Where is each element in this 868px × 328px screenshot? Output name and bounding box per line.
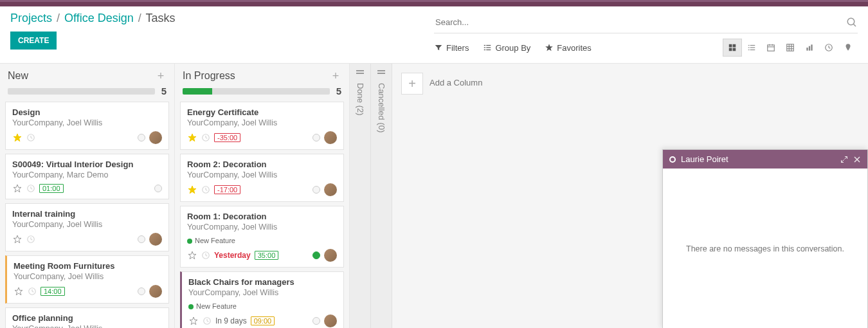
clock-icon[interactable] <box>28 287 37 296</box>
avatar[interactable] <box>324 249 337 262</box>
status-dot[interactable] <box>312 317 320 325</box>
svg-line-1 <box>853 24 856 26</box>
column-count: 5 <box>161 86 167 96</box>
favorites-label: Favorites <box>557 43 591 53</box>
svg-line-44 <box>32 291 33 292</box>
star-icon[interactable] <box>12 234 23 244</box>
clock-icon[interactable] <box>201 251 210 260</box>
task-card[interactable]: S00049: Virtual Interior Design YourComp… <box>5 154 169 199</box>
calendar-icon <box>766 43 775 52</box>
create-button[interactable]: CREATE <box>10 32 57 50</box>
status-dot[interactable] <box>312 251 320 259</box>
avatar[interactable] <box>149 131 162 144</box>
view-calendar[interactable] <box>761 39 781 57</box>
status-dot[interactable] <box>154 185 162 192</box>
time-tag: 01:00 <box>39 184 64 193</box>
view-list[interactable] <box>742 39 761 57</box>
card-subtitle: YourCompany, Marc Demo <box>12 170 162 179</box>
column-title[interactable]: In Progress <box>183 70 330 82</box>
expand-icon[interactable] <box>840 156 848 163</box>
folded-column[interactable]: Done (2) <box>350 64 371 328</box>
svg-rect-16 <box>748 50 750 50</box>
star-icon[interactable] <box>187 185 197 195</box>
chat-body: There are no messages in this conversati… <box>663 169 867 328</box>
view-pivot[interactable] <box>781 39 800 57</box>
svg-rect-3 <box>487 45 491 46</box>
filters-button[interactable]: Filters <box>434 43 469 53</box>
svg-line-53 <box>206 190 207 190</box>
clock-icon[interactable] <box>201 133 210 142</box>
clock-icon[interactable] <box>201 185 210 194</box>
add-card-button[interactable]: + <box>330 70 341 82</box>
task-card[interactable]: Room 2: Decoration YourCompany, Joel Wil… <box>180 154 344 202</box>
search-input[interactable] <box>434 14 846 31</box>
column-title[interactable]: New <box>8 70 155 82</box>
svg-rect-10 <box>729 48 732 51</box>
breadcrumb-project[interactable]: Office Design <box>64 12 134 24</box>
svg-rect-15 <box>750 47 755 48</box>
view-map[interactable] <box>838 39 858 57</box>
svg-rect-8 <box>729 44 732 48</box>
add-column-input[interactable] <box>429 73 538 93</box>
clock-icon[interactable] <box>26 184 35 193</box>
status-dot[interactable] <box>312 186 320 194</box>
group-by-button[interactable]: Group By <box>483 43 530 53</box>
star-icon[interactable] <box>187 132 197 143</box>
clock-icon[interactable] <box>203 316 212 325</box>
time-tag: 09:00 <box>251 316 275 325</box>
star-icon[interactable] <box>188 316 199 326</box>
task-card[interactable]: Black Chairs for managers YourCompany, J… <box>180 271 344 328</box>
avatar[interactable] <box>324 314 337 327</box>
card-title: Room 1: Decoration <box>187 212 337 221</box>
svg-rect-13 <box>750 45 755 46</box>
group-by-label: Group By <box>495 43 530 53</box>
add-column-area: + <box>392 64 547 328</box>
star-icon[interactable] <box>14 286 24 296</box>
list-view-icon <box>747 43 756 52</box>
star-icon[interactable] <box>12 183 23 194</box>
breadcrumb: Projects / Office Design / Tasks <box>10 12 434 25</box>
close-icon[interactable] <box>853 156 861 163</box>
star-icon[interactable] <box>12 132 23 143</box>
card-subtitle: YourCompany, Joel Willis <box>12 324 162 328</box>
clock-icon <box>824 43 833 52</box>
breadcrumb-projects[interactable]: Projects <box>10 12 52 24</box>
svg-rect-22 <box>787 44 794 51</box>
add-card-button[interactable]: + <box>155 70 167 82</box>
time-tag: 14:00 <box>41 287 65 296</box>
clock-icon[interactable] <box>26 235 35 244</box>
favorites-button[interactable]: Favorites <box>545 43 591 53</box>
chat-header[interactable]: Laurie Poiret <box>663 150 867 169</box>
task-card[interactable]: Room 1: Decoration YourCompany, Joel Wil… <box>180 206 344 268</box>
chat-dock: Laurie Poiret There are no messages in t… <box>662 149 868 328</box>
view-graph[interactable] <box>800 39 819 57</box>
card-subtitle: YourCompany, Joel Willis <box>12 220 162 229</box>
clock-icon[interactable] <box>26 133 35 142</box>
card-title: Black Chairs for managers <box>188 277 337 287</box>
view-activity[interactable] <box>819 39 838 57</box>
avatar[interactable] <box>324 131 337 144</box>
add-column-button[interactable]: + <box>401 73 423 95</box>
task-card[interactable]: Internal training YourCompany, Joel Will… <box>5 203 169 251</box>
status-dot[interactable] <box>138 287 145 295</box>
view-kanban[interactable] <box>723 39 742 57</box>
svg-line-32 <box>829 48 830 48</box>
status-dot[interactable] <box>138 134 145 141</box>
task-card[interactable]: Energy Certificate YourCompany, Joel Wil… <box>180 102 344 150</box>
column-in-progress: In Progress + 5 Energy Certificate YourC… <box>175 64 350 328</box>
folded-column[interactable]: Cancelled (0) <box>371 64 392 328</box>
task-card[interactable]: Design YourCompany, Joel Willis <box>5 102 169 150</box>
task-card[interactable]: Meeting Room Furnitures YourCompany, Joe… <box>5 255 169 304</box>
svg-rect-17 <box>750 50 755 50</box>
star-icon[interactable] <box>187 250 197 260</box>
task-card[interactable]: Office planning YourCompany, Joel Willis… <box>5 307 169 328</box>
avatar[interactable] <box>149 285 162 298</box>
card-title: S00049: Virtual Interior Design <box>12 159 162 169</box>
status-dot[interactable] <box>138 235 145 243</box>
svg-line-56 <box>206 255 207 256</box>
avatar[interactable] <box>324 183 337 196</box>
search-icon[interactable] <box>846 17 858 28</box>
avatar[interactable] <box>149 233 162 246</box>
status-dot[interactable] <box>312 134 320 141</box>
svg-rect-14 <box>748 47 750 48</box>
